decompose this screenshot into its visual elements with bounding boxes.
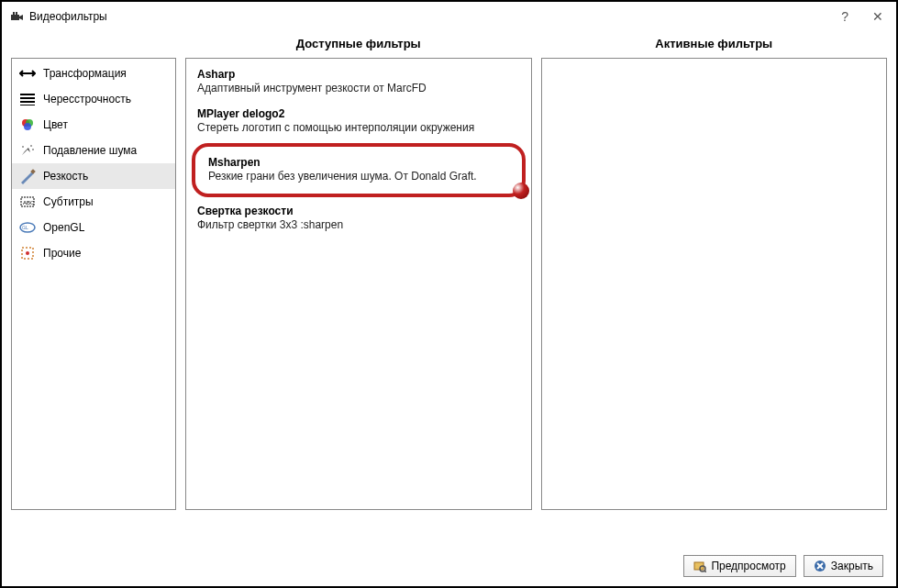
svg-marker-15: [21, 172, 34, 184]
svg-point-12: [22, 146, 24, 148]
active-panel: [541, 58, 888, 510]
active-column: Активные фильтры: [541, 31, 888, 510]
category-other[interactable]: Прочие: [12, 240, 175, 266]
close-button[interactable]: Закрыть: [804, 555, 883, 577]
available-panel: Asharp Адаптивный инструмент резкости от…: [185, 58, 532, 510]
filter-item-msharpen[interactable]: Msharpen Резкие грани без увеличения шум…: [192, 143, 526, 197]
category-sharpness[interactable]: Резкость: [12, 163, 175, 189]
category-color[interactable]: Цвет: [12, 112, 175, 138]
category-denoise[interactable]: Подавление шума: [12, 138, 175, 163]
svg-rect-6: [20, 97, 35, 99]
categories-panel: Трансформация Чересстрочность Цвет: [11, 58, 176, 510]
active-header: Активные фильтры: [541, 31, 888, 58]
filter-name: Msharpen: [208, 156, 509, 169]
filter-desc: Фильтр свертки 3x3 :sharpen: [197, 218, 520, 231]
category-label: Субтитры: [43, 195, 94, 208]
svg-rect-0: [11, 15, 19, 20]
filter-name: MPlayer delogo2: [197, 107, 520, 120]
available-column: Доступные фильтры Asharp Адаптивный инст…: [185, 31, 532, 510]
category-label: Чересстрочность: [43, 93, 131, 105]
subtitles-icon: ABC: [19, 194, 36, 210]
svg-point-11: [24, 123, 31, 130]
titlebar: Видеофильтры ? ✕: [2, 2, 896, 31]
filter-name: Свертка резкости: [197, 205, 520, 217]
filter-item-delogo[interactable]: MPlayer delogo2 Стереть логотип с помощь…: [186, 102, 531, 141]
close-window-button[interactable]: ✕: [867, 9, 889, 24]
category-label: Резкость: [43, 170, 88, 183]
category-subtitles[interactable]: ABC Субтитры: [12, 189, 175, 215]
svg-rect-5: [20, 94, 35, 95]
preview-button[interactable]: Предпросмотр: [683, 555, 795, 577]
svg-rect-2: [13, 12, 15, 15]
category-transform[interactable]: Трансформация: [12, 61, 175, 86]
app-icon: [9, 9, 24, 24]
available-filter-list: Asharp Адаптивный инструмент резкости от…: [186, 59, 531, 242]
active-filter-list: [542, 59, 887, 66]
sharpness-icon: [19, 168, 36, 184]
denoise-icon: [19, 142, 36, 159]
filter-desc: Стереть логотип с помощью интерполяции о…: [197, 121, 520, 134]
svg-line-25: [704, 571, 706, 572]
filter-desc: Резкие грани без увеличения шума. От Don…: [208, 170, 509, 183]
svg-text:GL: GL: [22, 225, 28, 230]
svg-marker-1: [19, 15, 23, 20]
svg-rect-7: [20, 101, 35, 103]
opengl-icon: GL: [19, 219, 36, 236]
categories-column: Трансформация Чересстрочность Цвет: [11, 31, 176, 510]
svg-rect-8: [20, 105, 35, 105]
close-icon: [814, 560, 826, 572]
filter-item-convolution[interactable]: Свертка резкости Фильтр свертки 3x3 :sha…: [186, 199, 531, 239]
svg-rect-3: [16, 12, 17, 15]
category-label: Трансформация: [43, 67, 127, 80]
preview-icon: [693, 560, 706, 572]
category-opengl[interactable]: GL OpenGL: [12, 215, 175, 240]
other-icon: [19, 245, 36, 261]
svg-point-14: [32, 149, 34, 150]
categories-header: [11, 31, 176, 58]
available-header: Доступные фильтры: [185, 31, 532, 58]
category-label: Цвет: [43, 118, 68, 131]
svg-text:ABC: ABC: [23, 200, 35, 205]
category-interlace[interactable]: Чересстрочность: [12, 86, 175, 112]
category-label: OpenGL: [43, 221, 84, 234]
filter-item-asharp[interactable]: Asharp Адаптивный инструмент резкости от…: [186, 62, 531, 102]
filter-desc: Адаптивный инструмент резкости от MarcFD: [197, 82, 520, 94]
main-content: Трансформация Чересстрочность Цвет: [2, 31, 896, 510]
footer-buttons: Предпросмотр Закрыть: [683, 555, 883, 577]
color-icon: [19, 116, 36, 133]
category-label: Прочие: [43, 247, 81, 260]
help-button[interactable]: ?: [836, 9, 854, 24]
interlace-icon: [19, 91, 36, 107]
categories-list: Трансформация Чересстрочность Цвет: [12, 59, 175, 268]
window-title: Видеофильтры: [29, 10, 107, 23]
close-label: Закрыть: [831, 560, 873, 572]
transform-icon: [19, 65, 36, 82]
svg-point-22: [26, 251, 29, 255]
svg-point-13: [30, 145, 32, 147]
preview-label: Предпросмотр: [711, 560, 785, 572]
category-label: Подавление шума: [43, 144, 137, 157]
filter-name: Asharp: [197, 68, 520, 81]
